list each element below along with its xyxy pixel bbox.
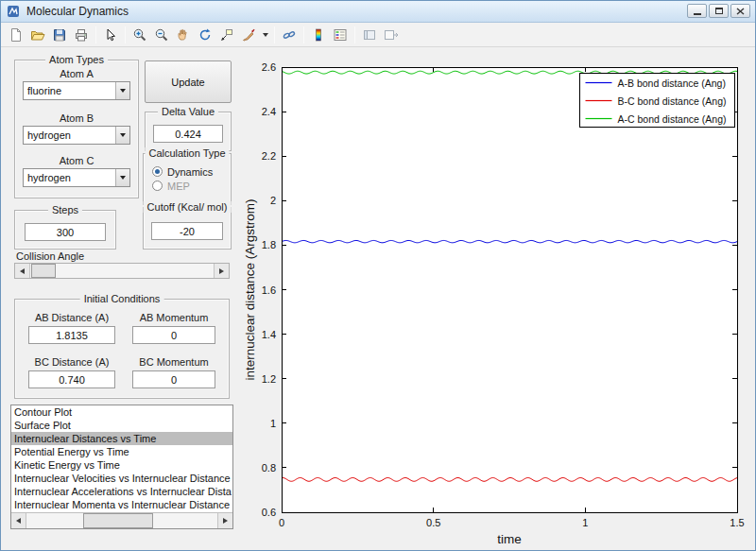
- list-item[interactable]: Internuclear Distances vs Time: [11, 432, 232, 445]
- show-plot-tools-button[interactable]: [381, 25, 402, 45]
- x-tick-label: 0: [279, 517, 284, 528]
- save-button[interactable]: [49, 25, 70, 45]
- bc-distance-input[interactable]: [28, 370, 115, 388]
- collision-angle-slider[interactable]: [14, 263, 230, 279]
- y-axis-label: internuclear distance (Argstrom): [243, 198, 257, 380]
- chevron-right-icon: [219, 268, 224, 274]
- listbox-hscrollbar[interactable]: [11, 512, 232, 528]
- link-plots-button[interactable]: [279, 25, 300, 45]
- list-item[interactable]: Internuclear Accelerations vs Internucle…: [11, 485, 232, 498]
- delta-value-panel: Delta Value: [145, 112, 232, 151]
- delta-value-input[interactable]: [153, 125, 223, 143]
- rotate-3d-button[interactable]: [195, 25, 215, 45]
- cutoff-title: Cutoff (Kcal/ mol): [144, 201, 232, 213]
- close-icon: [736, 8, 745, 15]
- toolbar-separator: [274, 26, 275, 43]
- insert-legend-button[interactable]: [330, 25, 351, 45]
- toolbar-separator: [95, 26, 96, 43]
- list-item[interactable]: Contour Plot: [11, 405, 232, 419]
- chevron-right-icon: [223, 518, 228, 524]
- insert-colorbar-button[interactable]: [308, 25, 329, 45]
- zoom-out-button[interactable]: [151, 25, 172, 45]
- minimize-button[interactable]: [687, 4, 707, 18]
- slider-thumb[interactable]: [31, 264, 56, 278]
- radio-label: MEP: [167, 181, 190, 192]
- ab-momentum-label: AB Momentum: [125, 312, 223, 323]
- listbox-items: Contour PlotSurface PlotInternuclear Dis…: [11, 405, 232, 512]
- app-icon: [7, 4, 22, 19]
- new-file-button[interactable]: [6, 25, 26, 45]
- ab-momentum-input[interactable]: [132, 326, 215, 344]
- slider-right-arrow[interactable]: [214, 264, 229, 278]
- scrollbar-track[interactable]: [26, 513, 217, 528]
- chevron-down-icon: [115, 82, 129, 99]
- list-item[interactable]: Surface Plot: [11, 419, 232, 432]
- calculation-type-options: DynamicsMEP: [152, 164, 227, 193]
- list-item[interactable]: Potential Energy vs Time: [11, 445, 232, 458]
- slider-left-arrow[interactable]: [15, 264, 30, 278]
- scrollbar-thumb[interactable]: [83, 513, 153, 528]
- edit-plot-button[interactable]: [100, 25, 121, 45]
- list-item[interactable]: Kinetic Energy vs Time: [11, 458, 232, 472]
- x-tick-label: 0.5: [426, 517, 440, 528]
- brush-button[interactable]: [238, 25, 259, 45]
- slider-track[interactable]: [30, 264, 214, 278]
- y-tick-label: 2.4: [262, 106, 276, 117]
- cutoff-input[interactable]: [151, 222, 223, 240]
- list-item[interactable]: Internuclear Velocities vs Internuclear …: [11, 472, 232, 485]
- link-plots-icon: [282, 27, 297, 43]
- y-tick-label: 1: [270, 418, 276, 429]
- radio-option-mep[interactable]: MEP: [152, 179, 227, 193]
- open-folder-button[interactable]: [27, 25, 48, 45]
- atom-b-select[interactable]: hydrogen: [23, 126, 130, 145]
- atom-types-title: Atom Types: [45, 54, 108, 65]
- print-button[interactable]: [71, 25, 92, 45]
- minimize-icon: [694, 13, 701, 15]
- atom-a-select[interactable]: fluorine: [23, 81, 130, 100]
- zoom-in-button[interactable]: [129, 25, 150, 45]
- collision-angle-label: Collision Angle: [16, 250, 84, 262]
- plot-svg: 00.511.50.60.811.21.41.61.822.22.42.6tim…: [242, 47, 756, 550]
- y-tick-label: 0.8: [262, 462, 276, 474]
- maximize-button[interactable]: [709, 4, 729, 18]
- data-cursor-button[interactable]: [216, 25, 237, 45]
- brush-icon: [241, 27, 256, 43]
- steps-title: Steps: [48, 204, 82, 215]
- plot-type-listbox: Contour PlotSurface PlotInternuclear Dis…: [10, 405, 233, 529]
- x-tick-label: 1: [582, 517, 588, 528]
- chevron-down-icon: [115, 169, 129, 186]
- y-tick-label: 1.4: [262, 329, 276, 340]
- insert-legend-icon: [333, 27, 348, 43]
- scroll-right-arrow[interactable]: [217, 513, 232, 528]
- save-icon: [52, 27, 67, 43]
- radio-icon[interactable]: [152, 166, 163, 177]
- radio-icon[interactable]: [152, 181, 163, 191]
- brush-dropdown-button[interactable]: [260, 25, 270, 45]
- legend[interactable]: A-B bond distance (Ang)B-C bond distance…: [580, 74, 735, 128]
- legend-label-1: B-C bond distance (Ang): [618, 95, 727, 107]
- atom-c-select[interactable]: hydrogen: [23, 168, 130, 187]
- chevron-down-icon: [115, 127, 129, 144]
- y-tick-label: 1.8: [262, 239, 276, 250]
- chevron-down-icon: [263, 33, 268, 37]
- close-button[interactable]: [730, 4, 750, 18]
- update-button[interactable]: Update: [145, 60, 232, 103]
- scroll-left-arrow[interactable]: [11, 513, 26, 528]
- ab-distance-input[interactable]: [28, 326, 115, 344]
- hide-plot-tools-button[interactable]: [359, 25, 380, 45]
- app-window: Molecular Dynamics: [0, 0, 756, 551]
- hide-plot-tools-icon: [362, 27, 377, 43]
- legend-label-2: A-C bond distance (Ang): [618, 113, 727, 125]
- pan-button[interactable]: [173, 25, 194, 45]
- list-item[interactable]: Internuclear Momenta vs Internuclear Dis…: [11, 498, 232, 511]
- steps-input[interactable]: [25, 223, 106, 241]
- calculation-type-panel: Calculation Type DynamicsMEP: [143, 153, 232, 205]
- bc-momentum-input[interactable]: [132, 370, 215, 388]
- radio-option-dynamics[interactable]: Dynamics: [152, 164, 227, 179]
- titlebar[interactable]: Molecular Dynamics: [1, 1, 755, 23]
- x-axis-label: time: [497, 532, 522, 546]
- chevron-left-icon: [20, 268, 25, 274]
- zoom-in-icon: [132, 27, 147, 43]
- legend-label-0: A-B bond distance (Ang): [618, 77, 726, 89]
- plot-area[interactable]: [282, 67, 737, 512]
